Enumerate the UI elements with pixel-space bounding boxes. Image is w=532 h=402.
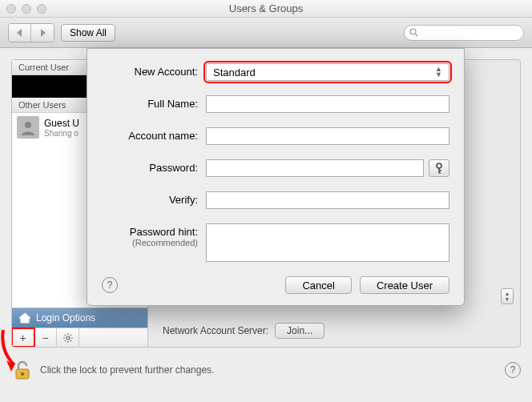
lock-text: Click the lock to prevent further change…	[40, 364, 214, 376]
verify-input[interactable]	[206, 191, 449, 209]
guest-user-sub: Sharing o	[44, 129, 79, 138]
forward-button[interactable]	[31, 24, 54, 42]
network-account-server-row: Network Account Server: Join...	[163, 323, 324, 339]
account-type-value: Standard	[213, 66, 256, 78]
house-icon	[18, 312, 31, 324]
hint-input[interactable]	[206, 223, 449, 262]
login-options-label: Login Options	[36, 312, 95, 324]
guest-user-name: Guest U	[44, 118, 79, 129]
account-type-select[interactable]: Standard ▲▼	[206, 63, 449, 81]
guest-avatar-icon	[17, 116, 39, 139]
verify-row: Verify:	[102, 191, 449, 209]
add-user-button[interactable]: +	[12, 328, 34, 347]
account-name-input[interactable]	[206, 127, 449, 145]
account-name-row: Account name:	[102, 127, 449, 145]
full-name-label: Full Name:	[102, 95, 198, 110]
sidebar-toolbar: + −	[12, 328, 147, 347]
lock-row: Click the lock to prevent further change…	[11, 359, 521, 381]
svg-line-9	[70, 340, 71, 340]
password-input[interactable]	[206, 159, 424, 177]
guest-user-text: Guest U Sharing o	[44, 118, 79, 138]
hint-row: Password hint: (Recommended)	[102, 223, 449, 262]
show-all-button[interactable]: Show All	[61, 24, 115, 42]
full-name-input[interactable]	[206, 95, 449, 113]
zoom-window-button[interactable]	[37, 4, 46, 14]
svg-line-8	[64, 334, 65, 335]
hint-label: Password hint: (Recommended)	[102, 223, 198, 247]
verify-label: Verify:	[102, 191, 198, 206]
svg-line-10	[64, 340, 65, 340]
svg-point-13	[21, 372, 24, 376]
create-user-button[interactable]: Create User	[360, 276, 449, 294]
new-account-row: New Account: Standard ▲▼	[102, 63, 449, 81]
back-button[interactable]	[9, 24, 31, 42]
sidebar-action-button[interactable]	[57, 328, 79, 347]
join-button[interactable]: Join...	[275, 323, 324, 339]
svg-point-14	[437, 163, 441, 168]
gear-icon	[63, 333, 73, 343]
sheet-footer: ? Cancel Create User	[102, 276, 449, 294]
svg-point-2	[25, 122, 31, 128]
remove-user-button[interactable]: −	[34, 328, 57, 347]
password-label: Password:	[102, 159, 198, 174]
svg-point-0	[410, 29, 416, 34]
window-title: Users & Groups	[0, 2, 532, 14]
nas-label: Network Account Server:	[163, 325, 268, 336]
login-options-row[interactable]: Login Options	[12, 308, 147, 328]
svg-line-11	[70, 334, 71, 335]
create-user-sheet: New Account: Standard ▲▼ Full Name: Acco…	[87, 48, 465, 306]
account-name-label: Account name:	[102, 127, 198, 142]
search-input[interactable]	[404, 25, 524, 41]
unlock-icon[interactable]	[11, 359, 34, 381]
chevron-updown-icon: ▲▼	[435, 66, 442, 78]
search-icon	[409, 28, 418, 37]
toolbar: Show All	[0, 18, 532, 48]
new-account-label: New Account:	[102, 63, 198, 78]
titlebar: Users & Groups	[0, 0, 532, 18]
svg-point-3	[66, 336, 70, 340]
key-icon	[434, 163, 444, 174]
traffic-lights	[6, 4, 46, 14]
svg-line-1	[415, 34, 417, 36]
password-row: Password:	[102, 159, 449, 177]
close-window-button[interactable]	[6, 4, 16, 14]
nav-buttons	[8, 23, 54, 42]
password-assistant-button[interactable]	[429, 159, 449, 177]
full-name-row: Full Name:	[102, 95, 449, 113]
help-button[interactable]: ?	[505, 362, 521, 378]
minimize-window-button[interactable]	[22, 4, 31, 14]
sheet-help-button[interactable]: ?	[102, 277, 118, 293]
options-stepper[interactable]: ▲▼	[501, 288, 514, 304]
cancel-button[interactable]: Cancel	[285, 276, 351, 294]
